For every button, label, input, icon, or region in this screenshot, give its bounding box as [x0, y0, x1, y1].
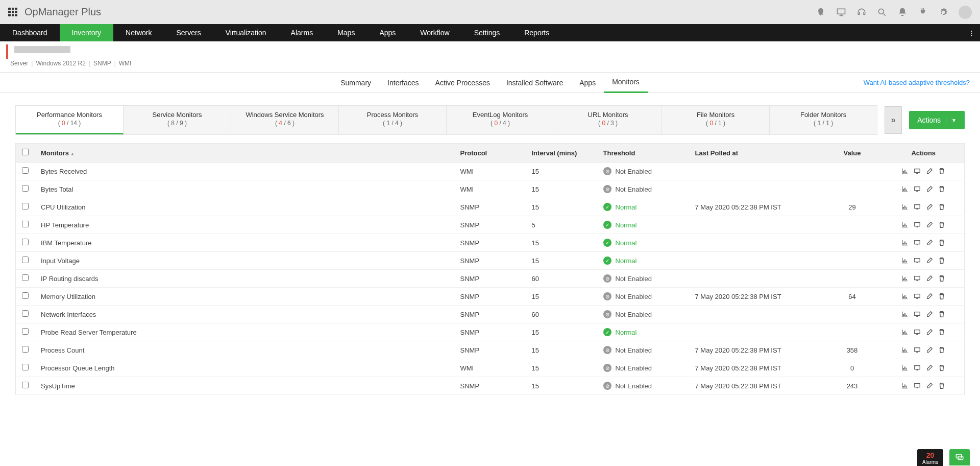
chart-icon[interactable] [901, 329, 909, 336]
tab-monitors[interactable]: Monitors [604, 73, 648, 93]
monitor-icon[interactable] [914, 275, 921, 282]
delete-icon[interactable] [938, 346, 945, 354]
actions-button[interactable]: Actions▼ [909, 111, 965, 129]
row-checkbox[interactable] [22, 382, 29, 388]
row-checkbox[interactable] [22, 328, 29, 335]
edit-icon[interactable] [926, 185, 933, 193]
edit-icon[interactable] [926, 203, 933, 211]
edit-icon[interactable] [926, 275, 933, 282]
monitor-icon[interactable] [914, 329, 921, 336]
category-windows-service-monitors[interactable]: Windows Service Monitors( 4 / 6 ) [231, 106, 339, 134]
edit-icon[interactable] [926, 239, 933, 246]
apps-grid-icon[interactable] [8, 8, 17, 17]
presentation-icon[interactable] [836, 7, 846, 17]
col-threshold[interactable]: Threshold [597, 144, 689, 162]
tab-active-processes[interactable]: Active Processes [427, 73, 498, 93]
col-value[interactable]: Value [822, 144, 883, 162]
chart-icon[interactable] [901, 221, 909, 228]
col-interval[interactable]: Interval (mins) [526, 144, 597, 162]
nav-dashboard[interactable]: Dashboard [0, 24, 60, 41]
edit-icon[interactable] [926, 168, 933, 175]
edit-icon[interactable] [926, 293, 933, 300]
edit-icon[interactable] [926, 346, 933, 354]
delete-icon[interactable] [938, 311, 945, 318]
delete-icon[interactable] [938, 257, 945, 264]
col-polled[interactable]: Last Polled at [689, 144, 822, 162]
monitor-icon[interactable] [914, 185, 921, 193]
monitor-icon[interactable] [914, 221, 921, 228]
chart-icon[interactable] [901, 346, 909, 354]
row-checkbox[interactable] [22, 203, 29, 209]
delete-icon[interactable] [938, 239, 945, 246]
chart-icon[interactable] [901, 203, 909, 211]
row-checkbox[interactable] [22, 292, 29, 299]
delete-icon[interactable] [938, 221, 945, 228]
chart-icon[interactable] [901, 185, 909, 193]
edit-icon[interactable] [926, 221, 933, 228]
delete-icon[interactable] [938, 185, 945, 193]
tab-interfaces[interactable]: Interfaces [379, 73, 427, 93]
rocket-icon[interactable] [816, 7, 826, 17]
row-checkbox[interactable] [22, 346, 29, 353]
edit-icon[interactable] [926, 311, 933, 318]
row-checkbox[interactable] [22, 274, 29, 281]
chart-icon[interactable] [901, 239, 909, 246]
monitor-icon[interactable] [914, 346, 921, 354]
nav-reports[interactable]: Reports [512, 24, 561, 41]
delete-icon[interactable] [938, 382, 945, 389]
chart-icon[interactable] [901, 257, 909, 264]
category-eventlog-monitors[interactable]: EventLog Monitors( 0 / 4 ) [447, 106, 554, 134]
nav-virtualization[interactable]: Virtualization [213, 24, 279, 41]
category-folder-monitors[interactable]: Folder Monitors( 1 / 1 ) [770, 106, 877, 134]
nav-apps[interactable]: Apps [367, 24, 408, 41]
monitor-icon[interactable] [914, 257, 921, 264]
delete-icon[interactable] [938, 364, 945, 371]
nav-settings[interactable]: Settings [462, 24, 512, 41]
row-checkbox[interactable] [22, 364, 29, 370]
edit-icon[interactable] [926, 364, 933, 371]
nav-servers[interactable]: Servers [164, 24, 213, 41]
category-process-monitors[interactable]: Process Monitors( 1 / 4 ) [339, 106, 447, 134]
category-url-monitors[interactable]: URL Monitors( 0 / 3 ) [554, 106, 662, 134]
delete-icon[interactable] [938, 203, 945, 211]
nav-network[interactable]: Network [113, 24, 164, 41]
monitor-icon[interactable] [914, 239, 921, 246]
nav-workflow[interactable]: Workflow [408, 24, 461, 41]
row-checkbox[interactable] [22, 221, 29, 227]
delete-icon[interactable] [938, 329, 945, 336]
category-file-monitors[interactable]: File Monitors( 0 / 1 ) [662, 106, 770, 134]
edit-icon[interactable] [926, 329, 933, 336]
nav-more-icon[interactable]: ⋮ [963, 24, 980, 41]
chart-icon[interactable] [901, 168, 909, 175]
row-checkbox[interactable] [22, 185, 29, 192]
plug-icon[interactable] [918, 7, 928, 17]
tab-apps[interactable]: Apps [571, 73, 604, 93]
monitor-icon[interactable] [914, 168, 921, 175]
nav-maps[interactable]: Maps [325, 24, 367, 41]
monitor-icon[interactable] [914, 203, 921, 211]
select-all-checkbox[interactable] [22, 149, 29, 155]
col-protocol[interactable]: Protocol [454, 144, 526, 162]
gear-icon[interactable] [938, 7, 948, 17]
category-performance-monitors[interactable]: Performance Monitors( 0 / 14 ) [16, 106, 124, 134]
avatar[interactable] [959, 6, 972, 19]
delete-icon[interactable] [938, 168, 945, 175]
category-service-monitors[interactable]: Service Monitors( 8 / 9 ) [124, 106, 231, 134]
bell-icon[interactable] [897, 7, 908, 17]
edit-icon[interactable] [926, 257, 933, 264]
headset-icon[interactable] [856, 7, 867, 17]
row-checkbox[interactable] [22, 310, 29, 317]
delete-icon[interactable] [938, 293, 945, 300]
monitor-icon[interactable] [914, 293, 921, 300]
row-checkbox[interactable] [22, 167, 29, 174]
chart-icon[interactable] [901, 311, 909, 318]
edit-icon[interactable] [926, 382, 933, 389]
chart-icon[interactable] [901, 275, 909, 282]
monitor-icon[interactable] [914, 382, 921, 389]
tab-summary[interactable]: Summary [332, 73, 379, 93]
col-monitors[interactable]: Monitors [35, 144, 454, 162]
row-checkbox[interactable] [22, 239, 29, 245]
nav-inventory[interactable]: Inventory [60, 24, 114, 41]
adaptive-thresholds-link[interactable]: Want AI-based adaptive thresholds? [864, 79, 970, 86]
monitor-icon[interactable] [914, 364, 921, 371]
